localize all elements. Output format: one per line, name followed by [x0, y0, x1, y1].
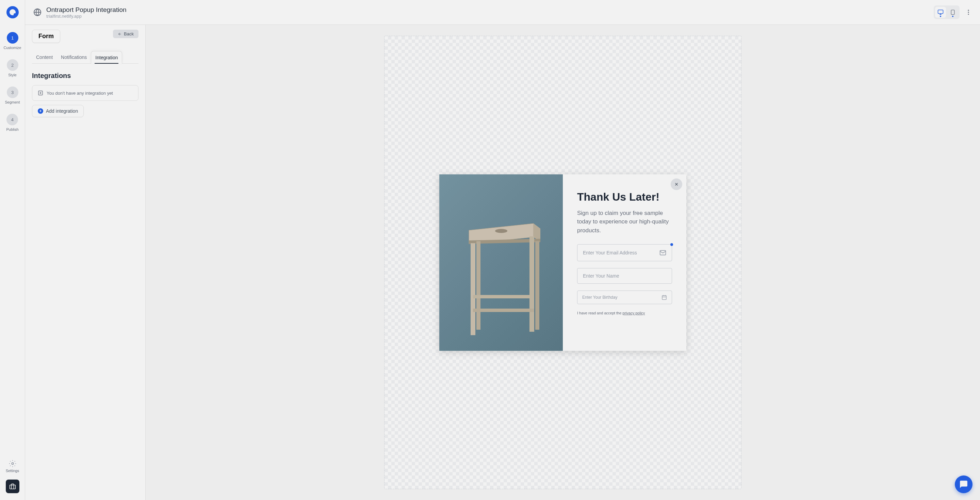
- step-label: Customize: [4, 46, 21, 50]
- chat-icon: [959, 480, 968, 489]
- page-title: Ontraport Popup Integration: [46, 6, 934, 14]
- desktop-device-button[interactable]: [935, 7, 946, 18]
- svg-rect-19: [535, 241, 539, 330]
- top-bar: Ontraport Popup Integration trialfirst.n…: [25, 0, 980, 25]
- popup-preview: Thank Us Later! Sign up to claim your fr…: [439, 174, 686, 351]
- tab-notifications[interactable]: Notifications: [57, 51, 91, 63]
- svg-point-10: [968, 11, 969, 13]
- mobile-icon: [950, 10, 956, 15]
- preview-frame: Thank Us Later! Sign up to claim your fr…: [384, 36, 741, 489]
- add-integration-button[interactable]: + Add integration: [32, 105, 84, 117]
- mail-icon: [659, 249, 666, 256]
- back-label: Back: [124, 31, 134, 37]
- step-number: 1: [7, 32, 18, 43]
- svg-rect-7: [951, 10, 954, 14]
- step-publish[interactable]: 4 Publish: [6, 114, 18, 131]
- step-label: Segment: [5, 100, 20, 104]
- panel-tabs: Content Notifications Integration: [32, 51, 138, 64]
- step-number: 4: [6, 114, 18, 125]
- email-placeholder: Enter Your Email Address: [583, 250, 637, 256]
- empty-integration-state: You don't have any integration yet: [32, 85, 138, 101]
- svg-rect-24: [662, 296, 666, 300]
- settings-label: Settings: [6, 469, 19, 473]
- name-placeholder: Enter Your Name: [583, 273, 619, 279]
- plus-icon: +: [38, 108, 43, 114]
- consent-text: I have read and accept the privacy polic…: [577, 311, 672, 315]
- required-indicator: [670, 243, 673, 246]
- step-label: Publish: [6, 128, 18, 131]
- globe-icon: [33, 8, 41, 16]
- gear-icon: [9, 460, 16, 467]
- calendar-icon: [662, 295, 667, 300]
- email-input[interactable]: Enter Your Email Address: [577, 244, 672, 261]
- popup-image: [439, 174, 563, 351]
- step-customize[interactable]: 1 Customize: [4, 32, 21, 50]
- integrations-heading: Integrations: [32, 72, 138, 80]
- chat-bubble-button[interactable]: [955, 476, 972, 493]
- back-button[interactable]: Back: [113, 30, 138, 38]
- page-subtitle: trialfirst.netlify.app: [46, 14, 934, 19]
- settings-button[interactable]: Settings: [6, 460, 19, 473]
- add-integration-label: Add integration: [46, 108, 78, 114]
- svg-rect-22: [473, 308, 534, 312]
- briefcase-button[interactable]: [6, 479, 19, 493]
- svg-point-11: [968, 14, 969, 14]
- svg-rect-18: [530, 236, 534, 332]
- preview-area: Thank Us Later! Sign up to claim your fr…: [146, 25, 980, 500]
- consent-prefix: I have read and accept the: [577, 311, 622, 315]
- stool-illustration: [455, 203, 547, 339]
- integration-icon: [38, 90, 43, 96]
- left-sidebar: 1 Customize 2 Style 3 Segment 4 Publish …: [0, 0, 25, 500]
- svg-point-0: [11, 463, 14, 465]
- more-menu-button[interactable]: [965, 9, 972, 16]
- tab-content[interactable]: Content: [32, 51, 57, 63]
- popup-content: Thank Us Later! Sign up to claim your fr…: [563, 174, 686, 351]
- mobile-device-button[interactable]: [947, 7, 958, 18]
- side-panel: Form Back Content Notifications Integrat…: [25, 25, 146, 500]
- step-segment[interactable]: 3 Segment: [5, 86, 20, 104]
- popup-title: Thank Us Later!: [577, 191, 672, 203]
- svg-rect-21: [473, 295, 534, 299]
- step-number: 2: [7, 59, 18, 71]
- form-badge: Form: [32, 30, 60, 43]
- step-number: 3: [7, 86, 18, 98]
- name-input[interactable]: Enter Your Name: [577, 268, 672, 284]
- step-label: Style: [8, 73, 16, 77]
- tab-integration[interactable]: Integration: [91, 51, 122, 64]
- arrow-left-icon: [118, 32, 122, 36]
- birthday-input[interactable]: Enter Your Birthday: [577, 291, 672, 304]
- svg-rect-1: [10, 485, 15, 489]
- briefcase-icon: [9, 483, 16, 490]
- app-logo[interactable]: [6, 6, 19, 18]
- svg-point-9: [968, 10, 969, 11]
- desktop-icon: [937, 9, 943, 15]
- svg-rect-17: [471, 243, 476, 335]
- svg-point-16: [495, 229, 508, 233]
- empty-message: You don't have any integration yet: [47, 91, 113, 96]
- svg-rect-4: [938, 10, 943, 14]
- svg-rect-20: [476, 241, 480, 330]
- birthday-placeholder: Enter Your Birthday: [582, 295, 617, 300]
- popup-description: Sign up to claim your free sample today …: [577, 209, 672, 235]
- privacy-policy-link[interactable]: privacy policy: [622, 311, 645, 315]
- device-switcher: [934, 5, 959, 19]
- step-style[interactable]: 2 Style: [7, 59, 18, 77]
